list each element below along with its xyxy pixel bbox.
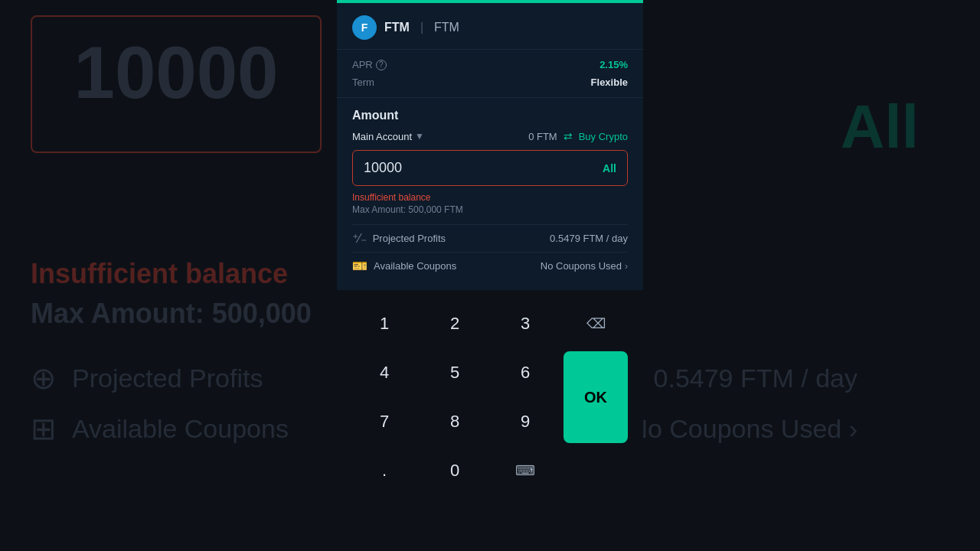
projected-profits-value: 0.5479 FTM / day [550, 233, 628, 244]
coupons-value: No Coupons Used › [541, 260, 628, 272]
key-7[interactable]: 7 [352, 400, 416, 443]
coupons-row[interactable]: 🎫 Available Coupons No Coupons Used › [352, 252, 628, 279]
balance-row: 0 FTM ⇄ Buy Crypto [528, 130, 628, 142]
key-2[interactable]: 2 [423, 302, 487, 345]
term-row: Term Flexible [352, 77, 628, 88]
projected-icon: ⁺∕₋ [352, 231, 367, 246]
token-name-primary: FTM [384, 21, 410, 34]
amount-section: Amount Main Account ▼ 0 FTM ⇄ Buy Crypto… [337, 98, 643, 290]
all-button[interactable]: All [603, 162, 616, 174]
amount-title: Amount [352, 109, 628, 122]
transfer-icon[interactable]: ⇄ [564, 130, 573, 142]
dropdown-arrow-icon: ▼ [415, 131, 424, 142]
key-dot[interactable]: . [352, 449, 416, 492]
info-section: APR ? 2.15% Term Flexible [337, 50, 643, 98]
key-4[interactable]: 4 [352, 351, 416, 394]
token-divider: | [420, 21, 423, 34]
modal: F FTM | FTM APR ? 2.15% Term Flexible Am… [337, 0, 643, 504]
chevron-right-icon: › [625, 261, 628, 272]
coupon-icon: 🎫 [352, 259, 368, 273]
key-0[interactable]: 0 [423, 449, 487, 492]
ok-button[interactable]: OK [564, 351, 628, 443]
account-selector[interactable]: Main Account ▼ [352, 131, 424, 142]
error-text: Insufficient balance [352, 192, 628, 203]
keyboard-toggle-button[interactable]: ⌨ [493, 449, 557, 492]
buy-crypto-link[interactable]: Buy Crypto [579, 131, 628, 142]
account-name: Main Account [352, 131, 412, 142]
key-8[interactable]: 8 [423, 400, 487, 443]
modal-overlay: F FTM | FTM APR ? 2.15% Term Flexible Am… [0, 0, 980, 551]
amount-input-value: 10000 [364, 160, 402, 176]
term-label: Term [352, 77, 374, 88]
keypad: 1 2 3 ⌫ 4 5 6 OK 7 8 9 . 0 ⌨ [337, 290, 643, 504]
apr-help-icon[interactable]: ? [376, 60, 387, 70]
apr-row: APR ? 2.15% [352, 59, 628, 70]
key-1[interactable]: 1 [352, 302, 416, 345]
key-6[interactable]: 6 [493, 351, 557, 394]
apr-label: APR ? [352, 59, 387, 70]
projected-profits-row: ⁺∕₋ Projected Profits 0.5479 FTM / day [352, 224, 628, 252]
balance-text: 0 FTM [528, 131, 557, 142]
account-row: Main Account ▼ 0 FTM ⇄ Buy Crypto [352, 130, 628, 142]
term-value: Flexible [591, 77, 628, 88]
token-icon: F [352, 15, 377, 40]
key-5[interactable]: 5 [423, 351, 487, 394]
key-3[interactable]: 3 [493, 302, 557, 345]
coupons-label: 🎫 Available Coupons [352, 259, 456, 273]
amount-input-container[interactable]: 10000 All [352, 150, 628, 186]
backspace-button[interactable]: ⌫ [564, 302, 628, 345]
apr-value: 2.15% [599, 59, 628, 70]
keypad-grid: 1 2 3 ⌫ 4 5 6 OK 7 8 9 . 0 ⌨ [352, 302, 628, 492]
projected-profits-label: ⁺∕₋ Projected Profits [352, 231, 446, 246]
max-text: Max Amount: 500,000 FTM [352, 204, 628, 215]
token-header: F FTM | FTM [337, 3, 643, 50]
key-9[interactable]: 9 [493, 400, 557, 443]
token-name-secondary: FTM [434, 21, 459, 34]
